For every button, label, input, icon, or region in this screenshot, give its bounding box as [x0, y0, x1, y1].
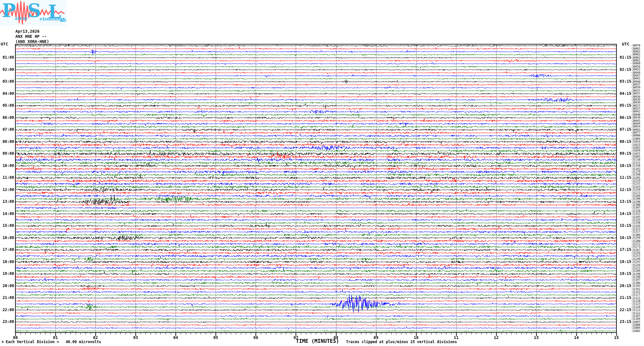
row-offset-value: -31104 [631, 317, 640, 320]
header-date: Apr13,2026 [15, 29, 39, 34]
row-offset-value: -31014 [631, 140, 640, 143]
left-hour-label: 07:00 [1, 128, 14, 132]
left-hour-label: 13:00 [1, 200, 14, 204]
minute-tick-label: 15 [611, 335, 622, 340]
right-hour-label: 18:15 [620, 260, 631, 264]
row-offset-value: -31273 [631, 245, 640, 248]
left-hour-label: 14:00 [1, 212, 14, 216]
right-hour-label: 04:15 [620, 92, 631, 96]
minute-tick-label: 04 [170, 335, 181, 340]
clip-note: Traces clipped at plus/minus 25 vertical… [346, 340, 457, 344]
minute-tick-label: 11 [451, 335, 462, 340]
right-hour-label: 16:15 [620, 236, 631, 240]
logo-letter-p: P [2, 1, 16, 20]
row-offset-value: -30952 [631, 68, 640, 71]
helicorder-canvas [0, 0, 644, 346]
row-offset-value: -31330 [631, 221, 640, 224]
row-offset-value: -31059 [631, 149, 640, 152]
row-offset-value: -30962 [631, 53, 640, 56]
left-hour-label: 02:00 [1, 68, 14, 72]
header-station: ANX HNE HP -- [15, 34, 47, 39]
left-hour-label: 06:00 [1, 116, 14, 120]
minute-tick-label: 05 [210, 335, 221, 340]
minute-tick-label: 02 [90, 335, 101, 340]
minute-tick-label: 00 [10, 335, 21, 340]
left-hour-label: 18:00 [1, 260, 14, 264]
row-offset-value: -30939 [631, 116, 640, 119]
row-offset-value: -31183 [631, 284, 640, 287]
psl-logo: P atras S eismology L ab [0, 0, 67, 26]
row-offset-value: -30942 [631, 77, 640, 80]
right-hour-label: 01:15 [620, 55, 631, 60]
left-hour-label: 20:00 [1, 284, 14, 288]
minute-tick-label: 06 [250, 335, 261, 340]
row-offset-value: -31148 [631, 164, 640, 167]
left-hour-label: 16:00 [1, 236, 14, 240]
right-hour-label: 10:15 [620, 164, 631, 168]
row-offset-value: -31117 [631, 293, 640, 296]
row-offset-value: -31294 [631, 236, 640, 239]
left-hour-label: 03:00 [1, 79, 14, 84]
row-offset-value: -31082 [631, 330, 640, 333]
right-hour-label: 22:15 [620, 308, 631, 312]
row-offset-value: -31352 [631, 212, 640, 215]
left-hour-label: 17:00 [1, 248, 14, 252]
minute-tick-label: 09 [371, 335, 382, 340]
utc-label-left: UTC [1, 42, 8, 46]
minute-tick-label: 12 [491, 335, 502, 340]
left-hour-label: 19:00 [1, 272, 14, 276]
minute-tick-label: 14 [571, 335, 582, 340]
logo-letter-l: L [48, 3, 61, 21]
webicorder-page: P atras S eismology L ab Apr13,2026 ANX … [0, 0, 644, 346]
logo-letter-s: S [28, 1, 41, 20]
row-offset-value: -31204 [631, 269, 640, 272]
row-offset-value: -31242 [631, 260, 640, 263]
x-axis-title: TIME (MINUTES) [287, 338, 348, 344]
left-hour-label: 15:00 [1, 224, 14, 228]
minute-tick-label: 01 [50, 335, 61, 340]
utc-label-right: UTC [622, 42, 629, 46]
left-hour-label: 12:00 [1, 188, 14, 192]
right-hour-label: 02:15 [620, 68, 631, 72]
left-hour-label: 04:00 [1, 92, 14, 96]
scale-note: Each Vertical Division = 40.00 microvolt… [6, 340, 101, 344]
left-hour-label: 08:00 [1, 140, 14, 144]
right-hour-label: 06:15 [620, 116, 631, 120]
right-hour-label: 07:15 [620, 128, 631, 132]
row-offset-value: -31288 [631, 197, 640, 200]
row-offset-value: -30937 [631, 92, 640, 95]
right-hour-label: 19:15 [620, 272, 631, 276]
right-hour-label: 09:15 [620, 152, 631, 156]
minute-tick-label: 03 [130, 335, 141, 340]
header-location: (ANO XORA-HNE) [15, 39, 49, 44]
left-hour-label: 10:00 [1, 164, 14, 168]
left-hour-label: 22:00 [1, 308, 14, 312]
right-hour-label: 03:15 [620, 79, 631, 84]
logo-word-atras: atras [15, 16, 28, 21]
right-hour-label: 17:15 [620, 248, 631, 252]
right-hour-label: 05:15 [620, 103, 631, 108]
row-offset-value: -31259 [631, 188, 640, 191]
left-hour-label: 09:00 [1, 152, 14, 156]
right-hour-label: 12:15 [620, 188, 631, 192]
logo-word-ab: ab [60, 18, 66, 22]
row-offset-value: -31198 [631, 173, 640, 176]
left-hour-label: 23:00 [1, 320, 14, 324]
right-hour-label: 08:15 [620, 140, 631, 144]
right-hour-label: 20:15 [620, 284, 631, 288]
left-hour-label: 21:00 [1, 296, 14, 300]
corner-glyph: M [2, 341, 4, 344]
left-hour-label: 11:00 [1, 176, 14, 180]
right-hour-label: 14:15 [620, 212, 631, 216]
right-hour-label: 13:15 [620, 200, 631, 204]
left-hour-label: 05:00 [1, 103, 14, 108]
right-hour-label: 21:15 [620, 296, 631, 300]
row-offset-value: -30954 [631, 125, 640, 128]
row-offset-value: -31113 [631, 309, 640, 311]
right-hour-label: 11:15 [620, 176, 631, 180]
minute-tick-label: 10 [411, 335, 422, 340]
row-offset-value: -30970 [631, 44, 640, 47]
left-hour-label: 01:00 [1, 55, 14, 60]
row-offset-value: -30939 [631, 101, 640, 104]
right-hour-label: 15:15 [620, 224, 631, 228]
